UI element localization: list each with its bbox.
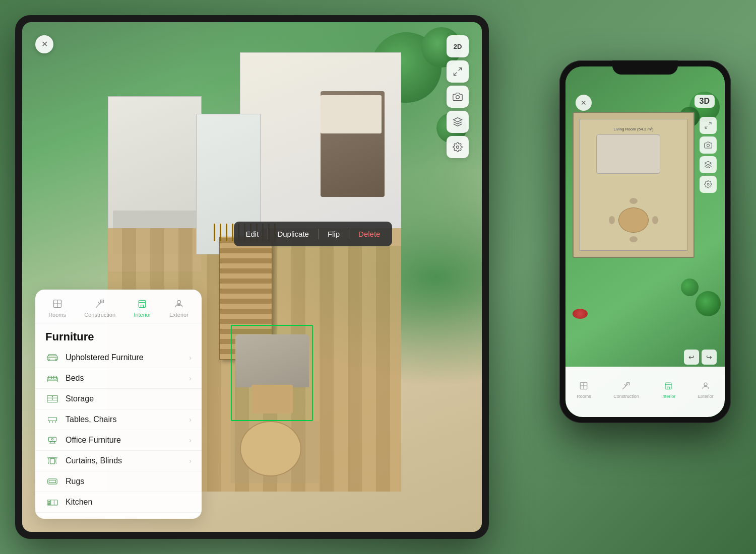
panel-tabs: Rooms Construction Interior [35,290,202,323]
fullscreen-icon [453,66,463,77]
settings-button[interactable] [447,136,469,158]
rugs-icon [45,476,59,487]
svg-line-41 [705,126,708,128]
phone-close-button[interactable]: ✕ [576,95,592,111]
tab-rooms[interactable]: Rooms [43,296,71,320]
phone-close-icon: ✕ [581,99,587,107]
svg-point-49 [704,383,707,386]
pillow [321,95,382,133]
phone-interior-label: Interior [661,394,675,399]
exterior-tab-label: Exterior [169,312,188,318]
svg-line-40 [709,122,711,125]
interior-tab-label: Interior [134,312,151,318]
living-room-area [231,325,313,422]
phone-rooms-icon [579,381,588,392]
tab-interior[interactable]: Interior [129,296,156,320]
phone-settings-button[interactable] [700,176,717,193]
view-2d-button[interactable]: 2D [447,35,469,57]
tablet-close-button[interactable]: ✕ [35,35,53,53]
layers-button[interactable] [447,111,469,133]
phone-camera-button[interactable] [700,136,717,154]
svg-point-23 [52,399,52,399]
rooms-tab-icon [51,298,64,310]
svg-point-39 [48,503,50,505]
gear-icon [453,142,463,152]
sofa [235,334,309,388]
list-item-rugs[interactable]: Rugs [35,471,202,492]
phone-construction-icon [621,381,631,392]
beds-icon [45,373,59,383]
storage-icon [45,394,59,404]
svg-point-4 [457,146,459,149]
context-menu-edit[interactable]: Edit [237,227,268,241]
svg-marker-3 [454,118,462,122]
phone-bottom-bar: Rooms Construction Interior [565,367,725,417]
phone-room-label: Living Room (54.2 m²) [580,123,687,132]
svg-rect-12 [55,359,57,361]
room-label-text: Living Room (54.2 m²) [613,127,653,131]
tablet-toolbar-right: 2D [447,35,469,158]
phone-tab-exterior[interactable]: Exterior [698,381,714,399]
rooms-tab-label: Rooms [48,312,66,318]
tab-construction[interactable]: Construction [79,296,120,320]
svg-point-29 [51,439,53,440]
list-item-office[interactable]: Office Furniture › [35,430,202,451]
phone-3d-view: Living Room (54.2 m²) [565,66,725,417]
svg-point-42 [707,144,709,147]
svg-point-9 [177,300,181,304]
construction-tab-label: Construction [84,312,115,318]
phone-rooms-label: Rooms [577,394,591,399]
context-menu-duplicate[interactable]: Duplicate [268,227,318,241]
bedroom-area [240,52,401,246]
tablet: Edit Duplicate Flip Delete ✕ 2D [15,15,489,539]
chair-left [609,216,615,224]
tables-chairs-label: Tables, Chairs [66,415,189,424]
flowers [573,309,588,319]
context-menu-delete[interactable]: Delete [349,227,389,241]
phone-toolbar-right [700,117,717,193]
phone-tree-4 [681,279,699,296]
phone-table [618,207,649,233]
dining-table [240,421,301,476]
list-item-tables-chairs[interactable]: Tables, Chairs › [35,409,202,430]
storage-label: Storage [66,394,192,403]
upholstered-arrow: › [189,354,192,362]
svg-rect-34 [49,480,56,482]
beds-label: Beds [66,374,189,383]
kitchen-icon [45,497,59,507]
phone-gear-icon [704,180,712,188]
svg-rect-10 [47,356,57,360]
phone-undo-button[interactable]: ↩ [684,350,699,365]
phone-tab-construction[interactable]: Construction [613,381,639,399]
layers-icon [453,117,463,127]
phone-tab-rooms[interactable]: Rooms [577,381,591,399]
phone-exterior-label: Exterior [698,394,714,399]
panel-title: Furniture [35,323,202,348]
tab-exterior[interactable]: Exterior [164,296,194,320]
construction-tab-icon [94,298,106,310]
phone-undo-redo: ↩ ↪ [684,350,717,365]
list-item-upholstered[interactable]: Upholstered Furniture › [35,348,202,368]
camera-button[interactable] [447,86,469,108]
phone-redo-button[interactable]: ↪ [702,350,717,365]
phone-layers-icon [704,161,712,169]
phone-fullscreen-button[interactable] [700,117,717,134]
tables-chairs-icon [45,414,59,425]
phone-view-mode-label[interactable]: 3D [695,95,715,108]
list-item-curtains[interactable]: Curtains, Blinds › [35,451,202,471]
list-item-kitchen[interactable]: Kitchen [35,492,202,513]
list-item-beds[interactable]: Beds › [35,368,202,389]
dining-area-floor [231,421,319,482]
list-item-storage[interactable]: Storage [35,389,202,409]
rugs-label: Rugs [66,477,192,486]
fullscreen-button[interactable] [447,60,469,83]
phone-layers-button[interactable] [700,156,717,173]
svg-point-22 [52,396,52,397]
svg-rect-11 [48,359,50,361]
phone-tab-interior[interactable]: Interior [661,381,675,399]
chair-right [652,216,658,224]
svg-point-38 [48,501,50,503]
office-arrow: › [189,436,192,444]
context-menu-flip[interactable]: Flip [319,227,349,241]
svg-point-2 [456,96,460,99]
